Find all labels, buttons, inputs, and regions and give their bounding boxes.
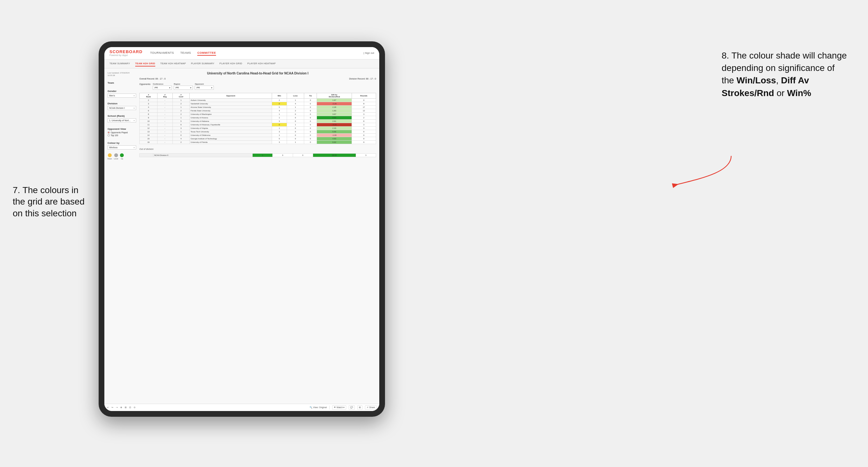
division-select[interactable]: NCAA Division I ▾ bbox=[107, 106, 136, 110]
toolbar-undo[interactable]: ↩ bbox=[107, 406, 109, 409]
school-select[interactable]: 1. University of Nort... ▾ bbox=[107, 118, 136, 122]
cell-opponent: Texas Tech University bbox=[190, 130, 272, 133]
cell-conf: 0 bbox=[173, 133, 190, 137]
cell-loss: 1 bbox=[287, 123, 304, 126]
conference-select[interactable]: (All) ▾ bbox=[153, 86, 172, 90]
app-header: SCOREBOARD Powered by clippd TOURNAMENTS… bbox=[104, 47, 379, 60]
cell-diff: -2.29 bbox=[317, 102, 352, 105]
cell-diff: 2.33 bbox=[317, 126, 352, 130]
ood-rounds: 3 bbox=[356, 153, 376, 157]
subnav-team-h2h-grid[interactable]: TEAM H2H GRID bbox=[135, 61, 155, 66]
cell-win: 0 bbox=[272, 123, 287, 126]
cell-opponent: University of Florida bbox=[190, 140, 272, 144]
table-row: 6 - 2 Florida State University 4 2 0 1.8… bbox=[140, 109, 376, 112]
colour-level: Level bbox=[114, 153, 118, 160]
subnav-player-h2h-heatmap[interactable]: PLAYER H2H HEATMAP bbox=[247, 61, 276, 66]
sign-out-link[interactable]: | Sign out bbox=[363, 52, 374, 54]
toolbar-add[interactable]: ⊕ bbox=[120, 406, 122, 409]
cell-win: 1 bbox=[272, 133, 287, 137]
toolbar-watch[interactable]: 👁 Watch ▾ bbox=[332, 405, 346, 410]
opponent-select[interactable]: (All) ▾ bbox=[195, 86, 214, 90]
nav-teams[interactable]: TEAMS bbox=[180, 51, 191, 56]
nav-tournaments[interactable]: TOURNAMENTS bbox=[150, 51, 174, 56]
cell-reg: - bbox=[157, 137, 173, 140]
toolbar-redo[interactable]: ↪ bbox=[111, 406, 113, 409]
colour-by-select[interactable]: Win/loss ▾ bbox=[107, 145, 136, 150]
chevron-down-icon: ▾ bbox=[190, 87, 191, 89]
gender-label: Gender bbox=[107, 90, 136, 93]
cell-rank: 8 bbox=[140, 112, 157, 116]
chevron-down-icon: ▾ bbox=[134, 119, 134, 122]
table-row: 9 - 1 University of Arizona 1 0 0 9.00 2 bbox=[140, 116, 376, 119]
team-label: Team bbox=[107, 82, 136, 84]
radio-circle-selected bbox=[107, 131, 110, 134]
annotation-left: 7. The colours in the grid are based on … bbox=[13, 185, 89, 219]
toolbar-arrow[interactable]: ⇢ bbox=[116, 406, 118, 409]
table-row: NCAA Division II 1 0 0 26.00 3 bbox=[140, 153, 376, 157]
cell-conf: 2 bbox=[173, 102, 190, 105]
cell-loss: 1 bbox=[287, 98, 304, 102]
cell-diff: -1.00 bbox=[317, 133, 352, 137]
subnav-player-h2h-grid[interactable]: PLAYER H2H GRID bbox=[220, 61, 242, 66]
region-select[interactable]: (All) ▾ bbox=[174, 86, 193, 90]
cell-loss: 0 bbox=[287, 130, 304, 133]
cell-tie: 0 bbox=[304, 133, 317, 137]
filters-row: Opponents: Conference (All) ▾ Region (Al… bbox=[140, 83, 376, 90]
radio-top100[interactable]: Top 100 bbox=[107, 134, 136, 136]
cell-rounds: 12 bbox=[351, 109, 376, 112]
toolbar-comment[interactable]: 💬 bbox=[349, 405, 355, 410]
team-section: Team bbox=[107, 82, 136, 85]
cell-rounds: 2 bbox=[351, 116, 376, 119]
cell-rank: 10 bbox=[140, 119, 157, 123]
cell-rank: 4 bbox=[140, 105, 157, 109]
col-reg: #Reg bbox=[157, 93, 173, 98]
cell-rank: 16 bbox=[140, 140, 157, 144]
cell-rank: 2 bbox=[140, 98, 157, 102]
cell-conf: 2 bbox=[173, 109, 190, 112]
cell-loss: 1 bbox=[287, 140, 304, 144]
cell-loss: 0 bbox=[287, 116, 304, 119]
cell-diff: 3.67 bbox=[317, 112, 352, 116]
colour-by-label: Colour by bbox=[107, 142, 136, 145]
cell-rounds: 3 bbox=[351, 126, 376, 130]
region-label: Region bbox=[174, 83, 193, 85]
toolbar-layout2[interactable]: ⊞ bbox=[357, 405, 363, 410]
subnav-team-summary[interactable]: TEAM SUMMARY bbox=[110, 61, 130, 66]
cell-win: 3 bbox=[272, 119, 287, 123]
radio-opponents-played[interactable]: Opponents Played bbox=[107, 131, 136, 134]
cell-tie: 0 bbox=[304, 130, 317, 133]
cell-opponent: University of Alabama bbox=[190, 119, 272, 123]
cell-reg: - bbox=[157, 133, 173, 137]
opponent-view-label: Opponent View bbox=[107, 128, 136, 130]
gender-select[interactable]: Men's ▾ bbox=[107, 94, 136, 98]
toolbar-share[interactable]: ↗ Share bbox=[365, 405, 377, 410]
sub-nav: TEAM SUMMARY TEAM H2H GRID TEAM H2H HEAT… bbox=[104, 60, 379, 68]
toolbar-clock[interactable]: ⊙ bbox=[134, 406, 135, 409]
colour-by-section: Colour by Win/loss ▾ bbox=[107, 142, 136, 150]
subnav-player-summary[interactable]: PLAYER SUMMARY bbox=[191, 61, 214, 66]
nav-committee[interactable]: COMMITTEE bbox=[197, 51, 216, 56]
subnav-team-h2h-heatmap[interactable]: TEAM H2H HEATMAP bbox=[160, 61, 186, 66]
cell-opponent: Auburn University bbox=[190, 98, 272, 102]
toolbar-layout[interactable]: ⊡ bbox=[129, 406, 131, 409]
col-opponent: Opponent bbox=[190, 93, 272, 98]
cell-diff: -4.33 bbox=[317, 123, 352, 126]
opponent-view-section: Opponent View Opponents Played Top 100 bbox=[107, 128, 136, 136]
cell-diff: 2.61 bbox=[317, 119, 352, 123]
cell-tie: 0 bbox=[304, 123, 317, 126]
tablet-frame: SCOREBOARD Powered by clippd TOURNAMENTS… bbox=[99, 41, 385, 417]
cell-opponent: Arizona State University bbox=[190, 105, 272, 109]
main-grid: University of North Carolina Head-to-Hea… bbox=[140, 71, 376, 401]
opponent-radio-group: Opponents Played Top 100 bbox=[107, 131, 136, 136]
up-label: Up bbox=[121, 158, 123, 160]
cell-tie: 0 bbox=[304, 126, 317, 130]
chevron-down-icon: ▾ bbox=[134, 94, 134, 97]
toolbar-view-label: 🔍 View: Original bbox=[310, 406, 327, 409]
division-label: Division bbox=[107, 102, 136, 105]
cell-loss: 0 bbox=[287, 119, 304, 123]
out-of-division-label: Out of division bbox=[140, 148, 376, 150]
cell-reg: - bbox=[157, 130, 173, 133]
cell-tie: 0 bbox=[304, 116, 317, 119]
cell-loss: 2 bbox=[287, 109, 304, 112]
toolbar-grid[interactable]: ⊞ bbox=[125, 406, 127, 409]
